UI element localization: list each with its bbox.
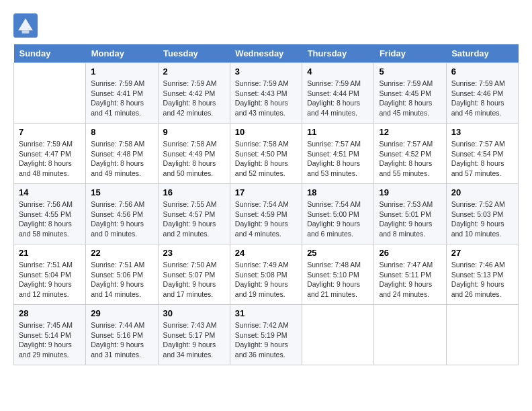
header-saturday: Saturday	[446, 44, 518, 63]
calendar-cell: 20 Sunrise: 7:52 AMSunset: 5:03 PMDaylig…	[446, 184, 518, 244]
day-number: 18	[307, 187, 369, 197]
day-number: 12	[379, 127, 441, 137]
day-number: 29	[91, 308, 152, 318]
calendar-cell: 15 Sunrise: 7:56 AMSunset: 4:56 PMDaylig…	[86, 184, 158, 244]
day-info: Sunrise: 7:59 AMSunset: 4:45 PMDaylight:…	[379, 79, 441, 118]
calendar-week-row: 7 Sunrise: 7:59 AMSunset: 4:47 PMDayligh…	[14, 124, 519, 184]
day-info: Sunrise: 7:57 AMSunset: 4:52 PMDaylight:…	[379, 139, 441, 179]
day-info: Sunrise: 7:43 AMSunset: 5:17 PMDaylight:…	[163, 320, 225, 360]
calendar-week-row: 28 Sunrise: 7:45 AMSunset: 5:14 PMDaylig…	[14, 305, 519, 365]
calendar-cell: 22 Sunrise: 7:51 AMSunset: 5:06 PMDaylig…	[86, 244, 158, 305]
calendar-cell: 10 Sunrise: 7:58 AMSunset: 4:50 PMDaylig…	[230, 124, 302, 184]
day-info: Sunrise: 7:47 AMSunset: 5:11 PMDaylight:…	[379, 260, 441, 300]
header-monday: Monday	[86, 44, 158, 63]
calendar-table: SundayMondayTuesdayWednesdayThursdayFrid…	[13, 44, 519, 365]
calendar-cell: 16 Sunrise: 7:55 AMSunset: 4:57 PMDaylig…	[158, 184, 230, 244]
day-info: Sunrise: 7:58 AMSunset: 4:48 PMDaylight:…	[91, 139, 152, 179]
day-info: Sunrise: 7:46 AMSunset: 5:13 PMDaylight:…	[451, 260, 513, 300]
day-number: 31	[235, 308, 297, 318]
day-info: Sunrise: 7:57 AMSunset: 4:51 PMDaylight:…	[307, 139, 369, 179]
logo-icon	[13, 13, 38, 38]
page-header	[13, 13, 519, 38]
day-info: Sunrise: 7:56 AMSunset: 4:55 PMDaylight:…	[19, 199, 81, 239]
calendar-cell: 4 Sunrise: 7:59 AMSunset: 4:44 PMDayligh…	[302, 63, 374, 124]
calendar-cell: 23 Sunrise: 7:50 AMSunset: 5:07 PMDaylig…	[158, 244, 230, 305]
day-number: 15	[91, 187, 152, 197]
day-info: Sunrise: 7:54 AMSunset: 5:00 PMDaylight:…	[307, 199, 369, 239]
day-number: 1	[91, 66, 152, 77]
calendar-cell	[302, 305, 374, 365]
day-info: Sunrise: 7:58 AMSunset: 4:50 PMDaylight:…	[235, 139, 297, 179]
day-number: 5	[379, 66, 441, 77]
day-info: Sunrise: 7:54 AMSunset: 4:59 PMDaylight:…	[235, 199, 297, 239]
calendar-week-row: 21 Sunrise: 7:51 AMSunset: 5:04 PMDaylig…	[14, 244, 519, 305]
day-number: 22	[91, 248, 152, 258]
day-number: 28	[19, 308, 81, 318]
svg-rect-2	[22, 30, 30, 34]
calendar-cell: 21 Sunrise: 7:51 AMSunset: 5:04 PMDaylig…	[14, 244, 86, 305]
calendar-cell: 2 Sunrise: 7:59 AMSunset: 4:42 PMDayligh…	[158, 63, 230, 124]
day-info: Sunrise: 7:50 AMSunset: 5:07 PMDaylight:…	[163, 260, 225, 300]
calendar-cell: 29 Sunrise: 7:44 AMSunset: 5:16 PMDaylig…	[86, 305, 158, 365]
calendar-cell: 28 Sunrise: 7:45 AMSunset: 5:14 PMDaylig…	[14, 305, 86, 365]
calendar-cell: 24 Sunrise: 7:49 AMSunset: 5:08 PMDaylig…	[230, 244, 302, 305]
header-tuesday: Tuesday	[158, 44, 230, 63]
calendar-cell: 26 Sunrise: 7:47 AMSunset: 5:11 PMDaylig…	[374, 244, 446, 305]
day-number: 30	[163, 308, 225, 318]
day-number: 26	[379, 248, 441, 258]
day-number: 6	[451, 66, 513, 77]
day-number: 17	[235, 187, 297, 197]
header-sunday: Sunday	[14, 44, 86, 63]
calendar-cell: 18 Sunrise: 7:54 AMSunset: 5:00 PMDaylig…	[302, 184, 374, 244]
day-info: Sunrise: 7:59 AMSunset: 4:44 PMDaylight:…	[307, 79, 369, 118]
day-info: Sunrise: 7:56 AMSunset: 4:56 PMDaylight:…	[91, 199, 152, 239]
day-number: 14	[19, 187, 81, 197]
calendar-cell: 27 Sunrise: 7:46 AMSunset: 5:13 PMDaylig…	[446, 244, 518, 305]
day-info: Sunrise: 7:53 AMSunset: 5:01 PMDaylight:…	[379, 199, 441, 239]
header-friday: Friday	[374, 44, 446, 63]
day-info: Sunrise: 7:57 AMSunset: 4:54 PMDaylight:…	[451, 139, 513, 179]
day-number: 25	[307, 248, 369, 258]
day-info: Sunrise: 7:55 AMSunset: 4:57 PMDaylight:…	[163, 199, 225, 239]
calendar-cell: 25 Sunrise: 7:48 AMSunset: 5:10 PMDaylig…	[302, 244, 374, 305]
calendar-cell: 17 Sunrise: 7:54 AMSunset: 4:59 PMDaylig…	[230, 184, 302, 244]
day-info: Sunrise: 7:49 AMSunset: 5:08 PMDaylight:…	[235, 260, 297, 300]
day-number: 13	[451, 127, 513, 137]
calendar-cell: 5 Sunrise: 7:59 AMSunset: 4:45 PMDayligh…	[374, 63, 446, 124]
day-number: 21	[19, 248, 81, 258]
day-info: Sunrise: 7:59 AMSunset: 4:41 PMDaylight:…	[91, 79, 152, 118]
day-info: Sunrise: 7:51 AMSunset: 5:04 PMDaylight:…	[19, 260, 81, 300]
calendar-cell: 19 Sunrise: 7:53 AMSunset: 5:01 PMDaylig…	[374, 184, 446, 244]
calendar-week-row: 1 Sunrise: 7:59 AMSunset: 4:41 PMDayligh…	[14, 63, 519, 124]
calendar-cell: 3 Sunrise: 7:59 AMSunset: 4:43 PMDayligh…	[230, 63, 302, 124]
day-number: 20	[451, 187, 513, 197]
calendar-cell	[374, 305, 446, 365]
calendar-cell: 7 Sunrise: 7:59 AMSunset: 4:47 PMDayligh…	[14, 124, 86, 184]
day-info: Sunrise: 7:58 AMSunset: 4:49 PMDaylight:…	[163, 139, 225, 179]
day-info: Sunrise: 7:59 AMSunset: 4:43 PMDaylight:…	[235, 79, 297, 118]
day-number: 11	[307, 127, 369, 137]
day-info: Sunrise: 7:52 AMSunset: 5:03 PMDaylight:…	[451, 199, 513, 239]
day-number: 24	[235, 248, 297, 258]
calendar-cell	[446, 305, 518, 365]
calendar-cell	[14, 63, 86, 124]
calendar-cell: 8 Sunrise: 7:58 AMSunset: 4:48 PMDayligh…	[86, 124, 158, 184]
calendar-cell: 14 Sunrise: 7:56 AMSunset: 4:55 PMDaylig…	[14, 184, 86, 244]
calendar-cell: 11 Sunrise: 7:57 AMSunset: 4:51 PMDaylig…	[302, 124, 374, 184]
calendar-cell: 30 Sunrise: 7:43 AMSunset: 5:17 PMDaylig…	[158, 305, 230, 365]
header-thursday: Thursday	[302, 44, 374, 63]
day-number: 16	[163, 187, 225, 197]
day-info: Sunrise: 7:44 AMSunset: 5:16 PMDaylight:…	[91, 320, 152, 360]
calendar-cell: 12 Sunrise: 7:57 AMSunset: 4:52 PMDaylig…	[374, 124, 446, 184]
calendar-cell: 1 Sunrise: 7:59 AMSunset: 4:41 PMDayligh…	[86, 63, 158, 124]
day-number: 10	[235, 127, 297, 137]
day-number: 3	[235, 66, 297, 77]
calendar-cell: 6 Sunrise: 7:59 AMSunset: 4:46 PMDayligh…	[446, 63, 518, 124]
day-number: 23	[163, 248, 225, 258]
calendar-cell: 9 Sunrise: 7:58 AMSunset: 4:49 PMDayligh…	[158, 124, 230, 184]
day-info: Sunrise: 7:42 AMSunset: 5:19 PMDaylight:…	[235, 320, 297, 360]
day-info: Sunrise: 7:59 AMSunset: 4:46 PMDaylight:…	[451, 79, 513, 118]
day-number: 4	[307, 66, 369, 77]
day-info: Sunrise: 7:51 AMSunset: 5:06 PMDaylight:…	[91, 260, 152, 300]
day-info: Sunrise: 7:48 AMSunset: 5:10 PMDaylight:…	[307, 260, 369, 300]
